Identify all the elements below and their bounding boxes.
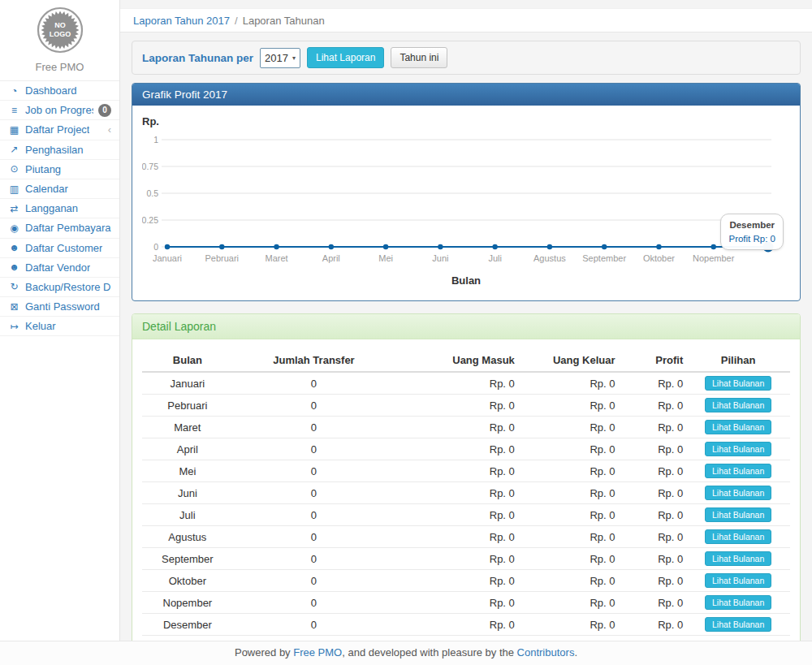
sidebar-item-label: Langganan bbox=[25, 202, 78, 214]
sidebar: NOLOGO Free PMO ◔Dashboard≡Job on Progre… bbox=[0, 0, 120, 665]
sidebar-item-label: Daftar Project bbox=[25, 123, 89, 136]
cell-jumlah-transfer: 0 bbox=[233, 460, 395, 482]
cell-pilihan: Lihat Bulanan bbox=[686, 548, 790, 570]
calendar-icon: ▥ bbox=[8, 184, 20, 195]
sidebar-item-label: Calendar bbox=[25, 183, 68, 195]
svg-text:Nopember: Nopember bbox=[693, 253, 735, 263]
lihat-bulanan-button[interactable]: Lihat Bulanan bbox=[705, 595, 771, 610]
footer-text: . bbox=[574, 646, 577, 659]
profit-line-chart: 10.750.50.250JanuariPebruariMaretAprilMe… bbox=[142, 132, 790, 271]
svg-text:Agustus: Agustus bbox=[533, 253, 566, 263]
cell-profit: Rp. 0 bbox=[619, 417, 687, 438]
repeat-icon: ⇄ bbox=[8, 203, 20, 214]
sidebar-item-keluar[interactable]: ↦Keluar bbox=[0, 317, 119, 336]
cell-bulan: Mei bbox=[142, 460, 233, 482]
table-row-desember: Desember0Rp. 0Rp. 0Rp. 0Lihat Bulanan bbox=[142, 614, 790, 636]
year-filter-panel: Laporan Tahunan per 2017 ▾ Lihat Laporan… bbox=[132, 41, 801, 75]
cell-uang-masuk: Rp. 0 bbox=[395, 438, 518, 460]
svg-text:Januari: Januari bbox=[153, 253, 182, 263]
sidebar-item-label: Keluar bbox=[25, 320, 56, 332]
users-icon: ☻ bbox=[8, 242, 20, 253]
view-report-button[interactable]: Lihat Laporan bbox=[307, 47, 384, 68]
footer-text: , and developed with pleasure by the bbox=[342, 646, 516, 659]
cell-uang-keluar: Rp. 0 bbox=[518, 614, 619, 636]
current-year-button[interactable]: Tahun ini bbox=[391, 47, 447, 68]
chart-point-mei bbox=[383, 244, 388, 249]
app-window: NOLOGO Free PMO ◔Dashboard≡Job on Progre… bbox=[0, 0, 812, 665]
lihat-bulanan-button[interactable]: Lihat Bulanan bbox=[705, 442, 771, 456]
chart-y-unit-label: Rp. bbox=[142, 115, 790, 130]
cell-jumlah-transfer: 0 bbox=[233, 372, 395, 395]
chart-point-nopember bbox=[711, 244, 716, 249]
sidebar-item-calendar[interactable]: ▥Calendar bbox=[0, 179, 119, 199]
sidebar-item-label: Penghasilan bbox=[25, 144, 84, 156]
lihat-bulanan-button[interactable]: Lihat Bulanan bbox=[705, 529, 771, 544]
breadcrumb-link-laporan-tahun[interactable]: Laporan Tahun 2017 bbox=[133, 15, 230, 27]
lihat-bulanan-button[interactable]: Lihat Bulanan bbox=[705, 398, 771, 412]
table-row-oktober: Oktober0Rp. 0Rp. 0Rp. 0Lihat Bulanan bbox=[142, 570, 790, 592]
svg-text:Juni: Juni bbox=[432, 253, 448, 263]
refresh-icon: ↻ bbox=[8, 281, 20, 292]
sidebar-item-backup-restore-db[interactable]: ↻Backup/Restore DB bbox=[0, 278, 119, 297]
count-badge: 0 bbox=[98, 104, 111, 117]
profit-chart-panel: Grafik Profit 2017 Rp. 10.750.50.250Janu… bbox=[132, 83, 801, 301]
cell-bulan: Agustus bbox=[142, 526, 233, 548]
cell-uang-masuk: Rp. 0 bbox=[395, 372, 518, 395]
cell-bulan: Desember bbox=[142, 614, 233, 636]
cell-uang-masuk: Rp. 0 bbox=[395, 460, 518, 482]
lihat-bulanan-button[interactable]: Lihat Bulanan bbox=[705, 507, 771, 522]
cell-profit: Rp. 0 bbox=[619, 438, 687, 460]
cell-jumlah-transfer: 0 bbox=[233, 395, 395, 417]
lihat-bulanan-button[interactable]: Lihat Bulanan bbox=[705, 376, 771, 391]
lihat-bulanan-button[interactable]: Lihat Bulanan bbox=[705, 573, 771, 588]
contributors-link[interactable]: Contributors bbox=[517, 646, 575, 659]
column-header-pilihan: Pilihan bbox=[686, 349, 790, 372]
svg-text:0.75: 0.75 bbox=[142, 162, 158, 171]
table-row-juli: Juli0Rp. 0Rp. 0Rp. 0Lihat Bulanan bbox=[142, 504, 790, 526]
cell-uang-keluar: Rp. 0 bbox=[518, 460, 619, 482]
sidebar-item-job-on-progress[interactable]: ≡Job on Progress0 bbox=[0, 101, 119, 120]
lihat-bulanan-button[interactable]: Lihat Bulanan bbox=[705, 420, 771, 434]
chart-point-januari bbox=[165, 244, 170, 249]
lihat-bulanan-button[interactable]: Lihat Bulanan bbox=[705, 551, 771, 566]
sidebar-nav: ◔Dashboard≡Job on Progress0▦Daftar Proje… bbox=[0, 81, 119, 336]
sidebar-item-dashboard[interactable]: ◔Dashboard bbox=[0, 81, 119, 101]
project-table-icon: ▦ bbox=[8, 124, 20, 136]
cell-bulan: Maret bbox=[142, 417, 233, 438]
sidebar-item-ganti-password[interactable]: ⊠Ganti Password bbox=[0, 297, 119, 317]
chart-tooltip: Desember Profit Rp: 0 bbox=[720, 214, 784, 250]
sidebar-item-daftar-project[interactable]: ▦Daftar Project‹ bbox=[0, 120, 119, 140]
sidebar-item-label: Daftar Vendor bbox=[25, 261, 90, 274]
cell-pilihan: Lihat Bulanan bbox=[686, 417, 790, 438]
sidebar-item-label: Daftar Pembayaran bbox=[25, 222, 111, 234]
sidebar-item-penghasilan[interactable]: ↗Penghasilan bbox=[0, 140, 119, 160]
table-row-agustus: Agustus0Rp. 0Rp. 0Rp. 0Lihat Bulanan bbox=[142, 526, 790, 548]
sidebar-item-daftar-vendor[interactable]: ☻Daftar Vendor bbox=[0, 258, 119, 278]
cell-uang-masuk: Rp. 0 bbox=[395, 614, 518, 636]
chart-tooltip-value: Profit Rp: 0 bbox=[728, 232, 775, 246]
sidebar-item-daftar-pembayaran[interactable]: ◉Daftar Pembayaran bbox=[0, 218, 119, 238]
chart-point-juli bbox=[492, 244, 497, 249]
report-table: BulanJumlah TransferUang MasukUang Kelua… bbox=[142, 349, 790, 655]
svg-text:LOGO: LOGO bbox=[49, 30, 71, 38]
year-select[interactable]: 2017 ▾ bbox=[260, 48, 300, 68]
sidebar-item-langganan[interactable]: ⇄Langganan bbox=[0, 199, 119, 218]
cell-profit: Rp. 0 bbox=[619, 372, 687, 395]
lihat-bulanan-button[interactable]: Lihat Bulanan bbox=[705, 464, 771, 478]
chart-tooltip-title: Desember bbox=[728, 218, 775, 232]
svg-text:0.25: 0.25 bbox=[142, 215, 158, 225]
column-header-bulan: Bulan bbox=[142, 349, 233, 372]
cell-jumlah-transfer: 0 bbox=[233, 614, 395, 636]
chart-point-pebruari bbox=[219, 244, 224, 249]
cell-uang-masuk: Rp. 0 bbox=[395, 504, 518, 526]
cell-uang-masuk: Rp. 0 bbox=[395, 417, 518, 438]
lihat-bulanan-button[interactable]: Lihat Bulanan bbox=[705, 486, 771, 500]
income-chart-icon: ↗ bbox=[8, 144, 20, 155]
lihat-bulanan-button[interactable]: Lihat Bulanan bbox=[705, 617, 771, 632]
sidebar-item-piutang[interactable]: ⊙Piutang bbox=[0, 160, 119, 179]
svg-text:Juli: Juli bbox=[488, 253, 502, 263]
cell-bulan: Nopember bbox=[142, 592, 233, 614]
free-pmo-link[interactable]: Free PMO bbox=[293, 646, 342, 659]
caret-down-icon: ▾ bbox=[292, 54, 296, 62]
sidebar-item-daftar-customer[interactable]: ☻Daftar Customer bbox=[0, 239, 119, 258]
